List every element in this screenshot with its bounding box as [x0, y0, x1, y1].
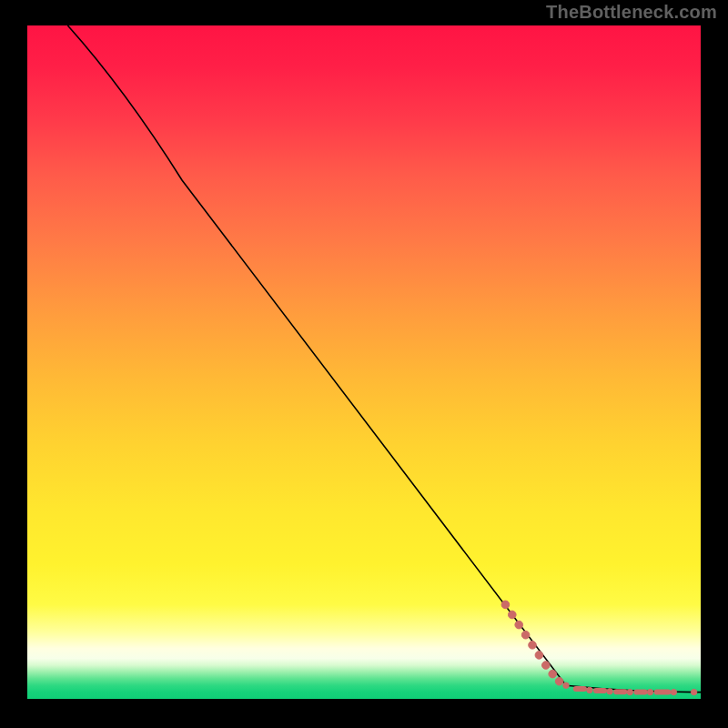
plot-area — [27, 25, 701, 699]
curve-layer — [67, 25, 701, 693]
data-point — [587, 687, 592, 693]
data-point — [563, 682, 569, 688]
data-point — [691, 689, 696, 694]
data-point — [521, 631, 530, 639]
data-point — [555, 677, 563, 685]
data-point — [607, 689, 612, 694]
chart-overlay — [27, 25, 701, 699]
data-point — [515, 621, 523, 629]
points-layer — [501, 601, 697, 695]
bottleneck-curve — [67, 25, 701, 693]
data-point — [529, 642, 537, 650]
data-point — [627, 689, 632, 694]
data-point — [647, 689, 652, 694]
data-point — [535, 652, 543, 660]
watermark-text: TheBottleneck.com — [546, 2, 717, 23]
data-point — [549, 670, 557, 678]
chart-frame: TheBottleneck.com — [0, 0, 728, 728]
data-point — [501, 601, 510, 609]
data-point — [671, 689, 676, 694]
data-point — [509, 611, 517, 619]
data-point — [542, 662, 551, 670]
